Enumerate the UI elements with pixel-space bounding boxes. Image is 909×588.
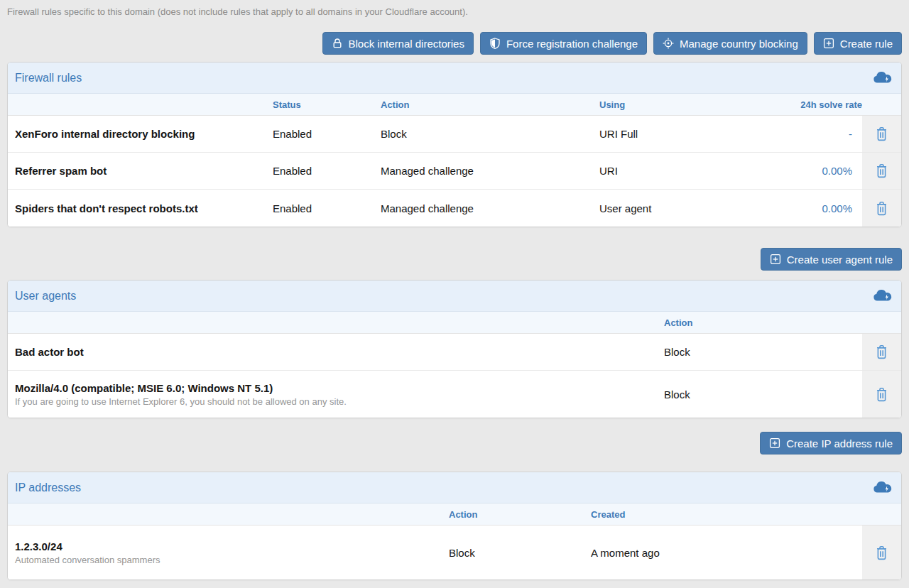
column-header-solve-rate: 24h solve rate — [777, 95, 862, 114]
table-row: XenForo internal directory blocking Enab… — [8, 116, 901, 153]
cloudflare-cloud-icon — [871, 71, 893, 85]
rule-status: Enabled — [273, 159, 381, 183]
rule-name: Spiders that don't respect robots.txt — [8, 197, 273, 220]
cloudflare-cloud-icon — [871, 481, 893, 494]
ip-address-action: Block — [449, 541, 591, 565]
force-registration-challenge-button[interactable]: Force registration challenge — [480, 32, 647, 55]
ip-addresses-panel: IP addresses Action Created 1.2.3.0/24 A… — [7, 472, 902, 580]
table-row: Mozilla/4.0 (compatible; MSIE 6.0; Windo… — [8, 371, 901, 418]
ip-addresses-column-headers: Action Created — [8, 503, 901, 526]
table-row: Bad actor bot Block — [8, 334, 901, 371]
trash-icon — [875, 552, 888, 562]
delete-button[interactable] — [873, 200, 890, 217]
column-header-using: Using — [599, 95, 777, 114]
trash-icon — [875, 170, 888, 180]
create-rule-button[interactable]: Create rule — [814, 32, 902, 55]
user-agent-description: If you are going to use Internet Explore… — [15, 396, 664, 407]
rule-solve-rate-link[interactable]: 0.00% — [777, 197, 862, 220]
rule-using: URI — [599, 159, 777, 183]
trash-icon — [875, 133, 888, 143]
panel-title: User agents — [15, 290, 76, 303]
manage-country-blocking-button[interactable]: Manage country blocking — [653, 32, 807, 55]
delete-button[interactable] — [873, 544, 890, 562]
delete-button[interactable] — [873, 125, 890, 143]
rule-status: Enabled — [273, 122, 381, 146]
page-description: Firewall rules specific to this domain (… — [7, 0, 902, 17]
panel-title: Firewall rules — [15, 72, 82, 85]
ip-address-name: 1.2.3.0/24 — [15, 540, 449, 552]
shield-icon — [489, 38, 501, 49]
column-header-name — [8, 510, 449, 518]
table-row: Referrer spam bot Enabled Managed challe… — [8, 153, 901, 190]
page: Firewall rules specific to this domain (… — [0, 0, 909, 580]
block-internal-directories-label: Block internal directories — [349, 38, 464, 50]
column-header-action: Action — [664, 313, 862, 332]
rule-using: URI Full — [599, 122, 777, 146]
plus-square-icon — [770, 254, 781, 265]
ip-addresses-panel-header: IP addresses — [8, 472, 901, 503]
firewall-rules-panel: Firewall rules Status Action Using 24h s… — [7, 62, 902, 227]
delete-button[interactable] — [873, 162, 890, 180]
ip-address-created: A moment ago — [591, 541, 862, 565]
table-row: 1.2.3.0/24 Automated conversation spamme… — [8, 526, 901, 579]
locate-icon — [663, 38, 674, 49]
rule-action: Managed challenge — [381, 159, 599, 183]
rule-using: User agent — [599, 197, 777, 220]
table-row: Spiders that don't respect robots.txt En… — [8, 190, 901, 227]
rule-action: Block — [381, 122, 599, 146]
user-agents-panel-header: User agents — [8, 281, 901, 312]
trash-icon — [875, 393, 888, 404]
column-header-action: Action — [381, 95, 599, 114]
firewall-rules-panel-header: Firewall rules — [8, 62, 901, 94]
user-agent-action: Block — [664, 340, 862, 364]
user-agents-column-headers: Action — [8, 312, 901, 334]
column-header-created: Created — [591, 505, 862, 524]
column-header-name — [8, 318, 664, 327]
toolbar: Block internal directories Force registr… — [7, 32, 902, 55]
create-ip-address-rule-button[interactable]: Create IP address rule — [760, 432, 902, 454]
rule-name: Referrer spam bot — [8, 159, 273, 183]
rule-solve-rate-link[interactable]: 0.00% — [777, 159, 862, 183]
panel-title: IP addresses — [15, 481, 81, 494]
lock-icon — [332, 38, 343, 49]
create-ip-address-rule-label: Create IP address rule — [786, 437, 893, 450]
cloudflare-cloud-icon — [871, 289, 893, 303]
column-header-action: Action — [449, 505, 591, 524]
force-registration-challenge-label: Force registration challenge — [506, 38, 638, 50]
user-agent-name: Mozilla/4.0 (compatible; MSIE 6.0; Windo… — [15, 382, 664, 394]
delete-button[interactable] — [873, 386, 890, 403]
trash-icon — [875, 351, 888, 361]
plus-square-icon — [823, 38, 834, 49]
rule-name: XenForo internal directory blocking — [8, 122, 273, 146]
rule-status: Enabled — [273, 197, 381, 220]
delete-button[interactable] — [873, 343, 890, 361]
firewall-rules-column-headers: Status Action Using 24h solve rate — [8, 94, 901, 116]
rule-solve-rate: - — [777, 122, 862, 146]
rule-action: Managed challenge — [381, 197, 599, 220]
column-header-name — [8, 100, 273, 109]
plus-square-icon — [769, 437, 780, 449]
trash-icon — [875, 207, 888, 218]
create-rule-label: Create rule — [840, 38, 893, 50]
create-user-agent-rule-button[interactable]: Create user agent rule — [761, 248, 902, 271]
column-header-status: Status — [273, 95, 381, 114]
user-agents-panel: User agents Action Bad actor bot Block — [7, 280, 902, 418]
user-agent-action: Block — [664, 383, 862, 406]
create-user-agent-rule-label: Create user agent rule — [787, 254, 893, 266]
user-agent-name: Bad actor bot — [8, 340, 664, 364]
ip-address-description: Automated conversation spammers — [15, 555, 449, 565]
block-internal-directories-button[interactable]: Block internal directories — [322, 32, 474, 55]
manage-country-blocking-label: Manage country blocking — [680, 38, 798, 50]
